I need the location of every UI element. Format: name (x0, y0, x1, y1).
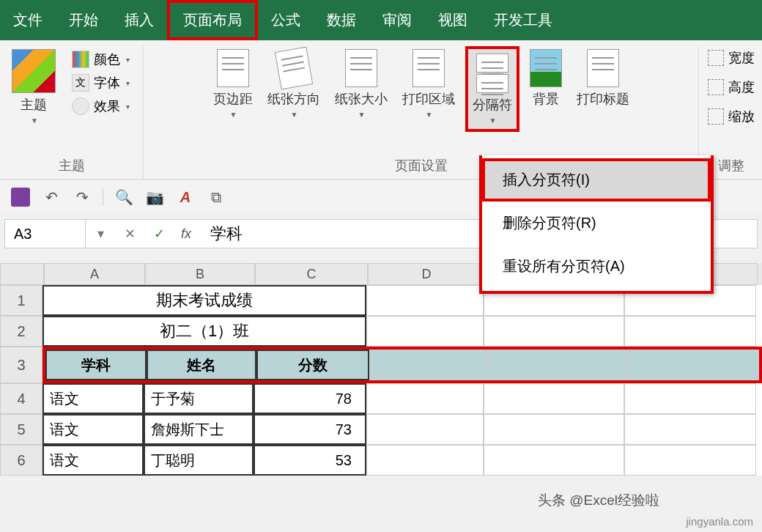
name-box[interactable]: A3 (5, 220, 86, 248)
cancel-button[interactable]: ✕ (115, 220, 144, 248)
margins-icon (217, 49, 249, 87)
colors-icon (72, 51, 89, 68)
height-icon (708, 79, 724, 95)
preview-button[interactable]: 🔍 (114, 187, 134, 207)
print-titles-button[interactable]: 打印标题 (572, 46, 634, 111)
cell-e3[interactable] (487, 350, 627, 380)
tab-insert[interactable]: 插入 (111, 0, 167, 40)
cell-a3[interactable]: 学科 (45, 350, 147, 380)
fonts-icon: 文 (72, 74, 89, 92)
camera-button[interactable]: 📷 (144, 187, 165, 207)
background-button[interactable]: 背景 (525, 46, 566, 111)
ribbon-tabs: 文件 开始 插入 页面布局 公式 数据 审阅 视图 开发工具 (0, 0, 762, 40)
size-button[interactable]: 纸张大小 ▼ (330, 46, 392, 122)
fonts-button[interactable]: 文 字体▾ (69, 73, 133, 93)
group-label-page-setup: 页面设置 (395, 152, 448, 179)
height-control[interactable]: 高度 (708, 75, 755, 99)
cell-f4[interactable] (624, 383, 756, 414)
menu-remove-break[interactable]: 删除分页符(R) (482, 202, 711, 245)
cell-a5[interactable]: 语文 (42, 414, 144, 445)
cell-e5[interactable] (484, 414, 624, 445)
tab-file[interactable]: 文件 (0, 0, 56, 40)
spreadsheet-grid: A B C D E F 1 2 3 4 5 6 期末考试成绩 初二（1）班 (0, 263, 762, 476)
cell-f3[interactable] (627, 350, 759, 380)
row-header-1[interactable]: 1 (0, 285, 42, 316)
effects-icon (72, 97, 89, 115)
cell-c3[interactable]: 分数 (256, 350, 369, 380)
cell-a6[interactable]: 语文 (42, 445, 144, 476)
cell-f5[interactable] (624, 414, 756, 445)
fx-label[interactable]: fx (174, 226, 199, 242)
breaks-icon (476, 53, 508, 73)
cell-d4[interactable] (366, 383, 484, 414)
watermark-text: 头条 @Excel经验啦 (538, 491, 659, 510)
tab-view[interactable]: 视图 (425, 0, 481, 40)
chevron-down-icon: ▼ (31, 117, 38, 125)
tab-developer[interactable]: 开发工具 (481, 0, 566, 40)
orientation-icon (274, 47, 312, 90)
select-all-corner[interactable] (0, 263, 44, 285)
col-header-a[interactable]: A (44, 263, 145, 285)
cell-title[interactable]: 期末考试成绩 (42, 285, 366, 316)
save-icon (11, 188, 30, 207)
name-box-dropdown[interactable]: ▾ (86, 220, 115, 248)
menu-reset-breaks[interactable]: 重设所有分页符(A) (482, 245, 711, 288)
cell-d6[interactable] (366, 445, 484, 476)
redo-button[interactable]: ↷ (72, 187, 92, 207)
cell-e2[interactable] (484, 316, 624, 347)
tab-page-layout[interactable]: 页面布局 (167, 0, 258, 40)
col-header-c[interactable]: C (255, 263, 368, 285)
cell-e6[interactable] (484, 445, 624, 476)
width-control[interactable]: 宽度 (708, 46, 755, 70)
background-icon (530, 49, 562, 87)
cell-d2[interactable] (366, 316, 484, 347)
cell-c5[interactable]: 73 (254, 414, 366, 445)
cell-f2[interactable] (624, 316, 756, 347)
row-header-5[interactable]: 5 (0, 414, 42, 445)
breaks-button[interactable]: 分隔符 ▼ (465, 46, 519, 132)
tab-formulas[interactable]: 公式 (258, 0, 314, 40)
cell-d3[interactable] (369, 350, 487, 380)
cell-b6[interactable]: 丁聪明 (144, 445, 254, 476)
row-header-3[interactable]: 3 (0, 347, 42, 383)
col-header-b[interactable]: B (145, 263, 255, 285)
themes-icon (12, 49, 56, 93)
cell-subtitle[interactable]: 初二（1）班 (42, 316, 366, 347)
col-header-d[interactable]: D (368, 263, 485, 285)
menu-insert-break[interactable]: 插入分页符(I) (482, 158, 711, 202)
scale-icon (708, 108, 724, 125)
print-area-button[interactable]: 打印区域 ▼ (398, 46, 459, 122)
colors-button[interactable]: 颜色▾ (69, 49, 133, 70)
row-header-4[interactable]: 4 (0, 383, 42, 414)
cell-c4[interactable]: 78 (254, 383, 366, 414)
themes-button[interactable]: 主题 ▼ (7, 46, 60, 128)
row-header-2[interactable]: 2 (0, 316, 42, 347)
undo-button[interactable]: ↶ (41, 187, 62, 207)
size-icon (345, 49, 377, 87)
tab-review[interactable]: 审阅 (369, 0, 425, 40)
cell-f6[interactable] (624, 445, 756, 476)
effects-button[interactable]: 效果▾ (69, 96, 133, 117)
cell-c6[interactable]: 53 (254, 445, 366, 476)
group-label-themes: 主题 (59, 152, 85, 179)
enter-button[interactable]: ✓ (144, 220, 174, 248)
cell-a4[interactable]: 语文 (42, 383, 144, 414)
tab-home[interactable]: 开始 (56, 0, 111, 40)
cell-d5[interactable] (366, 414, 484, 445)
breaks-dropdown: 插入分页符(I) 删除分页符(R) 重设所有分页符(A) (479, 155, 714, 294)
margins-button[interactable]: 页边距 ▼ (209, 46, 257, 122)
tab-data[interactable]: 数据 (314, 0, 369, 40)
new-window-button[interactable]: ⧉ (206, 187, 226, 207)
print-titles-icon (587, 49, 619, 87)
orientation-button[interactable]: 纸张方向 ▼ (263, 46, 325, 122)
cell-d1[interactable] (366, 285, 484, 316)
cell-e4[interactable] (484, 383, 624, 414)
font-color-button[interactable]: A (175, 187, 196, 207)
row-header-6[interactable]: 6 (0, 445, 42, 476)
width-icon (708, 50, 724, 66)
save-button[interactable] (10, 187, 31, 207)
cell-b5[interactable]: 詹姆斯下士 (144, 414, 254, 445)
cell-b3[interactable]: 姓名 (147, 350, 256, 380)
cell-b4[interactable]: 于予菊 (144, 383, 254, 414)
scale-control[interactable]: 缩放 (708, 105, 755, 128)
